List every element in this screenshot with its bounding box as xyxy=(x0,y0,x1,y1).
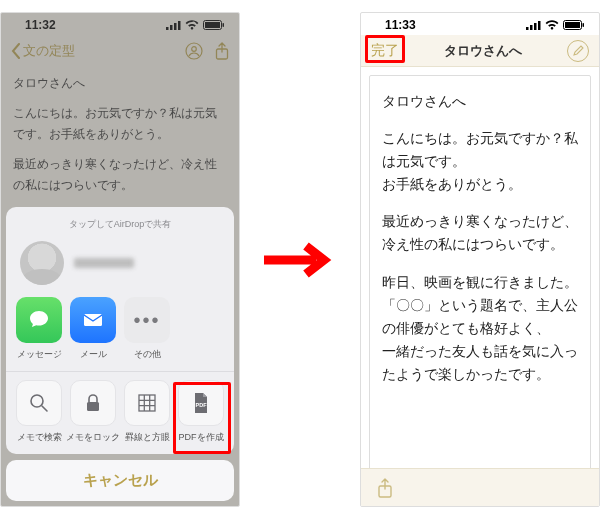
svg-point-11 xyxy=(31,395,43,407)
lock-icon xyxy=(70,380,116,426)
status-indicators xyxy=(526,20,585,30)
search-label: メモで検索 xyxy=(17,431,62,444)
doc-p1: こんにちは。お元気ですか？私は元気です。 お手紙をありがとう。 xyxy=(382,127,578,196)
signal-icon xyxy=(526,20,541,30)
airdrop-hint: タップしてAirDropで共有 xyxy=(69,219,172,229)
svg-rect-10 xyxy=(84,314,102,326)
search-icon xyxy=(16,380,62,426)
svg-rect-18 xyxy=(538,21,541,30)
doc-p2: 最近めっきり寒くなったけど、冷え性の私にはつらいです。 xyxy=(382,210,578,256)
pdf-page[interactable]: タロウさんへ こんにちは。お元気ですか？私は元気です。 お手紙をありがとう。 最… xyxy=(369,75,591,483)
lock-label: メモをロック xyxy=(66,431,120,444)
doc-p3: 昨日、映画を観に行きました。「〇〇」という題名で、主人公の俳優がとても格好よく、… xyxy=(382,271,578,386)
svg-rect-20 xyxy=(565,22,580,28)
svg-rect-17 xyxy=(534,23,537,30)
svg-rect-13 xyxy=(139,395,155,411)
svg-rect-15 xyxy=(526,27,529,30)
airdrop-contact-name xyxy=(74,258,134,268)
wifi-icon xyxy=(545,20,559,30)
svg-rect-21 xyxy=(583,23,585,27)
mail-label: メール xyxy=(80,348,107,361)
action-create-pdf[interactable]: PDF PDFを作成 xyxy=(174,380,228,444)
share-app-mail[interactable]: メール xyxy=(66,297,120,361)
markup-button[interactable] xyxy=(567,40,589,62)
page-title: タロウさんへ xyxy=(444,42,522,60)
more-label: その他 xyxy=(134,348,161,361)
action-lock[interactable]: メモをロック xyxy=(66,380,120,444)
share-app-messages[interactable]: メッセージ xyxy=(12,297,66,361)
bottom-toolbar xyxy=(361,468,599,506)
share-sheet: タップしてAirDropで共有 メッセージ メール ••• その他 xyxy=(6,207,234,501)
nav-bar: 完了 タロウさんへ xyxy=(361,35,599,67)
status-time: 11:33 xyxy=(385,18,416,32)
svg-rect-16 xyxy=(530,25,533,30)
arrow-right xyxy=(260,230,340,290)
share-sheet-panel: タップしてAirDropで共有 メッセージ メール ••• その他 xyxy=(6,207,234,454)
share-actions-row: メモで検索 メモをロック 罫線と方眼 PDF PDFを作成 xyxy=(6,371,234,454)
more-icon: ••• xyxy=(124,297,170,343)
airdrop-avatar[interactable] xyxy=(20,241,64,285)
doc-title: タロウさんへ xyxy=(382,90,578,113)
pen-icon xyxy=(572,45,584,57)
right-phone-pdf-preview: 11:33 完了 タロウさんへ タロウさんへ こんにちは。お元気ですか？私は元気… xyxy=(360,12,600,507)
cancel-button[interactable]: キャンセル xyxy=(6,460,234,501)
done-button[interactable]: 完了 xyxy=(371,42,399,60)
svg-rect-12 xyxy=(87,402,99,411)
svg-text:PDF: PDF xyxy=(196,402,208,408)
airdrop-row[interactable] xyxy=(6,231,234,289)
left-phone-share-sheet: 11:32 文の定型 タロウさんへ こんにちは。お元気ですか？私は元気です。お手… xyxy=(0,12,240,507)
messages-label: メッセージ xyxy=(17,348,62,361)
share-icon[interactable] xyxy=(377,478,393,498)
battery-icon xyxy=(563,20,585,30)
status-bar: 11:33 xyxy=(361,13,599,35)
share-app-more[interactable]: ••• その他 xyxy=(120,297,174,361)
action-grid[interactable]: 罫線と方眼 xyxy=(120,380,174,444)
messages-icon xyxy=(16,297,62,343)
mail-icon xyxy=(70,297,116,343)
pdf-label: PDFを作成 xyxy=(179,431,224,444)
action-search[interactable]: メモで検索 xyxy=(12,380,66,444)
grid-icon xyxy=(124,380,170,426)
pdf-icon: PDF xyxy=(178,380,224,426)
share-apps-row: メッセージ メール ••• その他 xyxy=(6,289,234,371)
grid-label: 罫線と方眼 xyxy=(125,431,170,444)
